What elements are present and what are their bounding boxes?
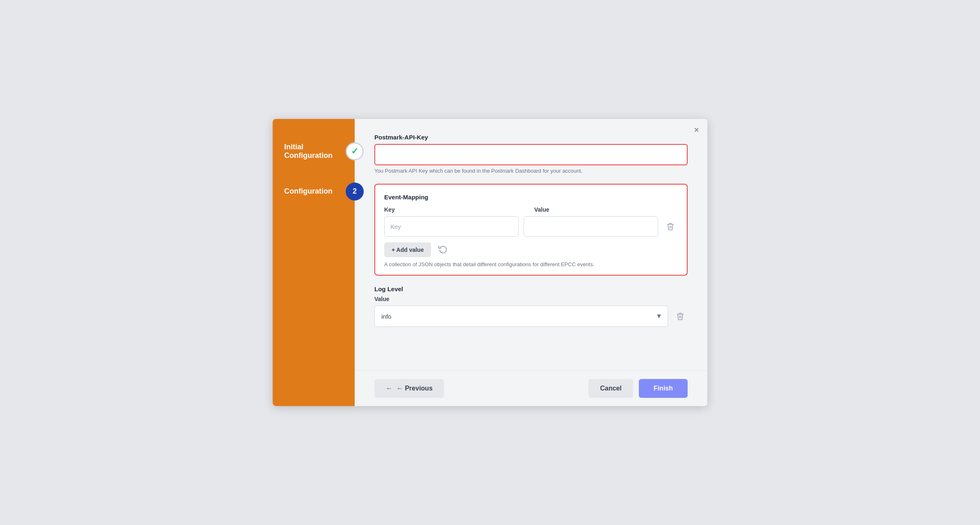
reset-icon	[438, 244, 447, 253]
mapping-row	[384, 216, 678, 237]
log-level-value-row: info debug warn error ▼	[374, 306, 688, 327]
postmark-api-key-section: Postmark-API-Key You Postmark API Key wh…	[374, 134, 688, 174]
form-area: Postmark-API-Key You Postmark API Key wh…	[355, 119, 707, 370]
sidebar: Initial Configuration ✓ Configuration 2	[273, 119, 355, 406]
previous-button[interactable]: ← ← Previous	[374, 379, 444, 398]
postmark-api-key-hint: You Postmark API Key which can be found …	[374, 168, 688, 174]
add-value-button[interactable]: + Add value	[384, 242, 431, 257]
postmark-api-key-label: Postmark-API-Key	[374, 134, 688, 141]
log-level-value-label: Value	[374, 296, 688, 302]
content-area: × Postmark-API-Key You Postmark API Key …	[355, 119, 707, 406]
previous-label: ← Previous	[397, 385, 433, 392]
finish-button[interactable]: Finish	[639, 379, 688, 398]
log-level-select-wrapper: info debug warn error ▼	[374, 306, 668, 327]
trash-icon	[666, 222, 675, 231]
trash-icon-log	[676, 312, 684, 320]
sidebar-item-configuration: Configuration 2	[273, 180, 355, 203]
key-column-header: Key	[384, 206, 528, 213]
mapping-value-input[interactable]	[524, 216, 658, 237]
event-mapping-section: Event-Mapping Key Value	[374, 184, 688, 276]
log-level-select[interactable]: info debug warn error	[374, 306, 668, 327]
delete-mapping-button[interactable]	[663, 221, 678, 232]
add-value-row: + Add value	[384, 242, 678, 257]
reset-button[interactable]	[437, 243, 449, 257]
arrow-left-icon: ←	[386, 385, 392, 392]
footer-right: Cancel Finish	[588, 379, 688, 398]
event-mapping-title: Event-Mapping	[384, 194, 678, 201]
postmark-api-key-input[interactable]	[374, 144, 688, 165]
close-button[interactable]: ×	[694, 126, 699, 135]
delete-log-level-button[interactable]	[673, 310, 688, 322]
sidebar-item-initial-config-label: Initial Configuration	[284, 143, 346, 160]
log-level-label: Log Level	[374, 285, 688, 292]
step-badge-1: ✓	[346, 142, 364, 160]
step-number: 2	[353, 187, 357, 196]
checkmark-icon: ✓	[351, 146, 358, 157]
log-level-section: Log Level Value info debug warn error ▼	[374, 285, 688, 327]
value-column-header: Value	[534, 206, 678, 213]
footer-left: ← ← Previous	[374, 379, 588, 398]
footer: ← ← Previous Cancel Finish	[355, 370, 707, 406]
sidebar-item-configuration-label: Configuration	[284, 187, 333, 196]
step-badge-2: 2	[346, 183, 364, 201]
sidebar-item-initial-config: Initial Configuration ✓	[273, 135, 355, 167]
cancel-button[interactable]: Cancel	[588, 379, 633, 398]
mapping-headers: Key Value	[384, 206, 678, 213]
mapping-key-input[interactable]	[384, 216, 519, 237]
event-mapping-hint: A collection of JSON objects that detail…	[384, 261, 678, 267]
modal-container: Initial Configuration ✓ Configuration 2 …	[273, 119, 707, 406]
